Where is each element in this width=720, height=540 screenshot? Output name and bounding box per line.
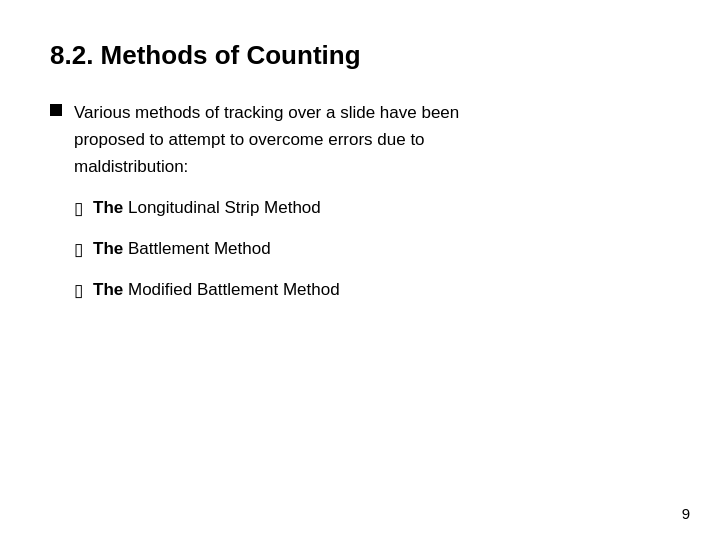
sub-bullet-item: ▯ The Modified Battlement Method [74, 277, 459, 304]
sub-bullet-label-3: The [93, 280, 123, 299]
slide-container: 8.2. Methods of Counting Various methods… [0, 0, 720, 540]
main-bullet: Various methods of tracking over a slide… [50, 99, 670, 318]
sub-bullet-text-2: The Battlement Method [93, 236, 271, 262]
sub-bullet-label-1: The [93, 198, 123, 217]
sub-bullet-text-1: The Longitudinal Strip Method [93, 195, 321, 221]
sub-bullet-text-3: The Modified Battlement Method [93, 277, 340, 303]
sub-bullets-list: ▯ The Longitudinal Strip Method ▯ The Ba… [74, 195, 459, 305]
sub-bullet-icon-3: ▯ [74, 277, 83, 304]
sub-bullet-label-2: The [93, 239, 123, 258]
page-number: 9 [682, 505, 690, 522]
bullet-square-icon [50, 104, 62, 116]
sub-bullet-icon-2: ▯ [74, 236, 83, 263]
bullet-line2: proposed to attempt to overcome errors d… [74, 130, 425, 149]
sub-bullet-item: ▯ The Longitudinal Strip Method [74, 195, 459, 222]
slide-title: 8.2. Methods of Counting [50, 40, 670, 71]
bullet-content: Various methods of tracking over a slide… [74, 99, 459, 318]
sub-bullet-icon-1: ▯ [74, 195, 83, 222]
bullet-line3: maldistribution: [74, 157, 188, 176]
sub-bullet-item: ▯ The Battlement Method [74, 236, 459, 263]
bullet-line1: Various methods of tracking over a slide… [74, 103, 459, 122]
